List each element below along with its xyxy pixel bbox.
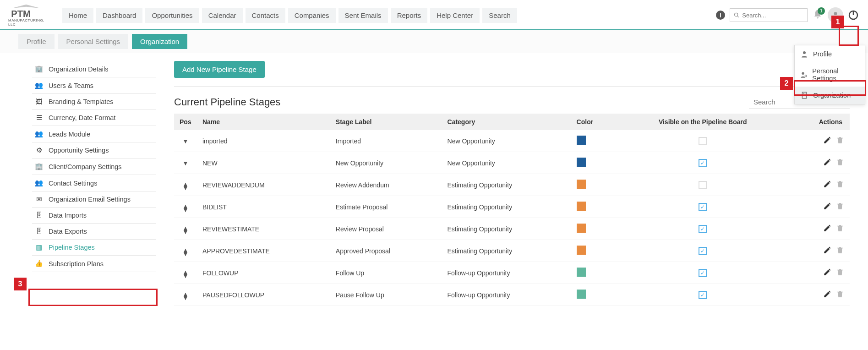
- col-color: Color: [571, 114, 618, 130]
- svg-point-8: [803, 51, 806, 54]
- visible-checkbox[interactable]: ✓: [699, 181, 707, 189]
- nav-companies[interactable]: Companies: [288, 8, 336, 23]
- sidebar-item-leads[interactable]: 👥Leads Module: [32, 126, 156, 142]
- visible-checkbox[interactable]: ✓: [699, 269, 707, 277]
- edit-icon[interactable]: [823, 246, 831, 254]
- divider: [174, 86, 850, 87]
- add-pipeline-stage-button[interactable]: Add New Pipeline Stage: [174, 61, 265, 78]
- nav-reports[interactable]: Reports: [391, 8, 428, 23]
- nav-search[interactable]: Search: [482, 8, 517, 23]
- building-icon: 🏢: [35, 65, 43, 73]
- reorder-handle[interactable]: ▼: [182, 139, 189, 143]
- visible-checkbox[interactable]: ✓: [699, 203, 707, 211]
- search-input[interactable]: [742, 12, 803, 19]
- callout-1: 1: [831, 16, 844, 28]
- thumbs-up-icon: 👍: [35, 260, 43, 268]
- subtab-profile[interactable]: Profile: [18, 34, 55, 49]
- visible-checkbox[interactable]: ✓: [699, 159, 707, 167]
- stage-category: Follow-up Opportunity: [442, 284, 571, 306]
- nav-dashboard[interactable]: Dashboard: [96, 8, 142, 23]
- visible-checkbox[interactable]: ✓: [699, 225, 707, 233]
- reorder-handle[interactable]: ▲▼: [182, 292, 189, 300]
- sidebar-item-currency[interactable]: ☰Currency, Date Format: [32, 110, 156, 126]
- stage-name: NEW: [197, 152, 330, 174]
- delete-icon[interactable]: [836, 158, 844, 166]
- users-cog-icon: 👥: [35, 179, 43, 187]
- sidebar-item-label: Branding & Templates: [49, 98, 114, 105]
- sidebar-item-users-teams[interactable]: 👥Users & Teams: [32, 77, 156, 94]
- sidebar-item-label: Data Imports: [49, 212, 87, 219]
- edit-icon[interactable]: [823, 268, 831, 276]
- sidebar-item-subscription[interactable]: 👍Subscription Plans: [32, 256, 156, 272]
- nav-help-center[interactable]: Help Center: [430, 8, 480, 23]
- reorder-handle[interactable]: ▼: [182, 161, 189, 165]
- sidebar-item-label: Contact Settings: [49, 180, 97, 187]
- reorder-handle[interactable]: ▲▼: [182, 248, 189, 256]
- visible-checkbox[interactable]: ✓: [699, 247, 707, 255]
- sidebar-item-contact[interactable]: 👥Contact Settings: [32, 175, 156, 191]
- color-swatch: [577, 136, 586, 145]
- reorder-handle[interactable]: ▲▼: [182, 270, 189, 278]
- building-icon: 🏢: [35, 163, 43, 170]
- delete-icon[interactable]: [836, 136, 844, 144]
- edit-icon[interactable]: [823, 180, 831, 188]
- sidebar-item-org-email[interactable]: ✉Organization Email Settings: [32, 191, 156, 208]
- edit-icon[interactable]: [823, 224, 831, 232]
- nav-sent-emails[interactable]: Sent Emails: [338, 8, 388, 23]
- stage-label: Follow Up: [330, 262, 442, 284]
- edit-icon[interactable]: [823, 290, 831, 298]
- nav-calendar[interactable]: Calendar: [202, 8, 243, 23]
- visible-checkbox[interactable]: ✓: [699, 137, 707, 145]
- sidebar-item-client-company[interactable]: 🏢Client/Company Settings: [32, 159, 156, 175]
- sidebar-item-opportunity[interactable]: ⚙Opportunity Settings: [32, 142, 156, 159]
- svg-point-1: [735, 13, 738, 16]
- pipeline-stages-table: Pos Name Stage Label Category Color Visi…: [174, 114, 850, 306]
- sidebar-item-data-imports[interactable]: 🗄Data Imports: [32, 208, 156, 224]
- stage-label: New Opportunity: [330, 152, 442, 174]
- nav-opportunities[interactable]: Opportunities: [145, 8, 199, 23]
- brand-logo: PTM MANUFACTURING, LLC: [8, 4, 49, 27]
- top-bar: PTM MANUFACTURING, LLC Home Dashboard Op…: [0, 0, 868, 30]
- user-menu-profile[interactable]: Profile: [795, 45, 865, 63]
- delete-icon[interactable]: [836, 224, 844, 232]
- sidebar-item-label: Organization Email Settings: [49, 196, 131, 203]
- power-icon[interactable]: [848, 10, 859, 21]
- svg-point-10: [805, 75, 807, 77]
- reorder-handle[interactable]: ▲▼: [182, 182, 189, 190]
- mail-icon: ✉: [35, 196, 43, 203]
- stage-label: Estimate Proposal: [330, 196, 442, 218]
- columns-icon: ▥: [35, 244, 43, 251]
- visible-checkbox[interactable]: ✓: [699, 291, 707, 299]
- delete-icon[interactable]: [836, 290, 844, 298]
- nav-contacts[interactable]: Contacts: [246, 8, 285, 23]
- edit-icon[interactable]: [823, 158, 831, 166]
- sidebar-item-pipeline-stages[interactable]: ▥Pipeline Stages: [32, 240, 156, 256]
- edit-icon[interactable]: [823, 136, 831, 144]
- stage-label: Approved Proposal: [330, 240, 442, 262]
- sidebar-item-label: Data Exports: [49, 228, 87, 235]
- delete-icon[interactable]: [836, 268, 844, 276]
- nav-home[interactable]: Home: [62, 8, 93, 23]
- reorder-handle[interactable]: ▲▼: [182, 226, 189, 234]
- edit-icon[interactable]: [823, 202, 831, 210]
- page-title: Current Pipeline Stages: [174, 96, 280, 108]
- global-search[interactable]: [730, 8, 808, 22]
- color-swatch: [577, 202, 586, 211]
- delete-icon[interactable]: [836, 202, 844, 210]
- color-swatch: [577, 290, 586, 299]
- sidebar-item-org-details[interactable]: 🏢Organization Details: [32, 61, 156, 77]
- delete-icon[interactable]: [836, 246, 844, 254]
- info-icon[interactable]: i: [716, 11, 725, 20]
- notifications-button[interactable]: 1: [812, 9, 823, 22]
- sidebar-item-data-exports[interactable]: 🗄Data Exports: [32, 224, 156, 240]
- color-swatch: [577, 180, 586, 189]
- callout-2: 2: [780, 77, 793, 90]
- table-row: ▲▼FOLLOWUPFollow UpFollow-up Opportunity…: [174, 262, 850, 284]
- user-menu-label: Profile: [813, 50, 832, 58]
- subtab-personal-settings[interactable]: Personal Settings: [58, 34, 129, 49]
- reorder-handle[interactable]: ▲▼: [182, 204, 189, 212]
- notification-count: 1: [818, 7, 825, 15]
- delete-icon[interactable]: [836, 180, 844, 188]
- subtab-organization[interactable]: Organization: [132, 34, 187, 49]
- sidebar-item-branding[interactable]: 🖼Branding & Templates: [32, 94, 156, 110]
